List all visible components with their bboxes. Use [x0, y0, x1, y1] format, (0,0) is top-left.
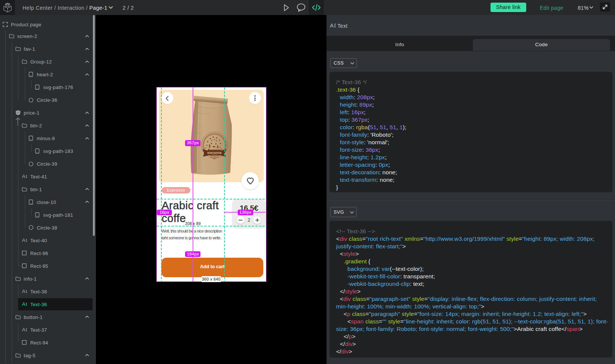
- svg-text:NABI NAHUB: NABI NAHUB: [207, 152, 222, 154]
